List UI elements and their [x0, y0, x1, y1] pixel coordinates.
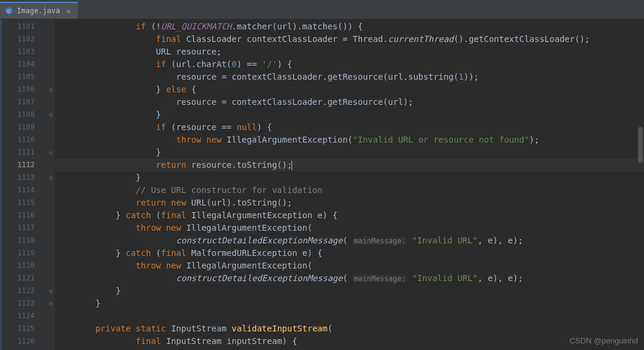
fold-marker — [47, 272, 55, 285]
line-number: 1124 — [0, 310, 47, 322]
code-line[interactable]: constructDetailedExceptionMessage( mainM… — [55, 272, 644, 285]
editor-area[interactable]: 1101110211031104110511061107110811091110… — [0, 19, 644, 350]
code-line[interactable]: if (!URL_QUICKMATCH.matcher(url).matches… — [55, 20, 644, 33]
fold-marker — [47, 247, 55, 260]
fold-marker — [47, 184, 55, 197]
fold-marker — [47, 335, 55, 348]
fold-marker — [47, 159, 55, 171]
fold-marker — [47, 134, 55, 146]
watermark-text: CSDN @penguinhd — [570, 336, 638, 345]
editor-tabbar: C Image.java × — [0, 0, 644, 19]
fold-marker — [47, 20, 55, 33]
code-line[interactable]: } catch (final IllegalArgumentException … — [55, 209, 644, 222]
line-number: 1106 — [0, 83, 47, 96]
fold-column[interactable]: ⊖⊖⊖⊖⊖⊖ — [47, 19, 55, 350]
fold-marker — [47, 234, 55, 247]
fold-marker[interactable]: ⊖ — [47, 108, 55, 121]
code-line[interactable] — [55, 310, 644, 322]
line-number: 1108 — [0, 108, 47, 121]
line-number: 1105 — [0, 71, 47, 83]
code-line[interactable]: } — [55, 108, 644, 121]
line-number: 1126 — [0, 335, 47, 348]
line-number: 1104 — [0, 58, 47, 71]
fold-marker[interactable]: ⊖ — [47, 285, 55, 297]
fold-marker — [47, 96, 55, 108]
code-line[interactable]: if (url.charAt(0) == '/') { — [55, 58, 644, 71]
line-number-gutter: 1101110211031104110511061107110811091110… — [0, 19, 47, 350]
line-number: 1107 — [0, 96, 47, 108]
modified-strip — [0, 19, 2, 350]
code-line[interactable]: resource = contextClassLoader.getResourc… — [55, 96, 644, 108]
code-line[interactable]: constructDetailedExceptionMessage( mainM… — [55, 234, 644, 247]
fold-marker — [47, 322, 55, 335]
code-line[interactable]: if (inputStream == null) { — [55, 348, 644, 350]
code-line[interactable]: throw new IllegalArgumentException("Inva… — [55, 134, 644, 146]
fold-marker — [47, 260, 55, 272]
line-number: 1118 — [0, 234, 47, 247]
code-line[interactable]: if (resource == null) { — [55, 121, 644, 134]
fold-marker — [47, 46, 55, 58]
line-number: 1112 — [0, 159, 47, 171]
fold-marker[interactable]: ⊖ — [47, 171, 55, 184]
code-line[interactable]: return new URL(url).toString(); — [55, 197, 644, 209]
line-number: 1114 — [0, 184, 47, 197]
line-number: 1110 — [0, 134, 47, 146]
code-line[interactable]: } — [55, 285, 644, 297]
fold-marker — [47, 197, 55, 209]
fold-marker — [47, 58, 55, 71]
vertical-scrollbar[interactable] — [637, 19, 644, 350]
tab-image-java[interactable]: C Image.java × — [0, 2, 78, 19]
fold-marker — [47, 222, 55, 234]
line-number: 1115 — [0, 197, 47, 209]
line-number: 1119 — [0, 247, 47, 260]
fold-marker — [47, 121, 55, 134]
line-number: 1123 — [0, 297, 47, 310]
code-line[interactable]: URL resource; — [55, 46, 644, 58]
fold-marker[interactable]: ⊖ — [47, 297, 55, 310]
fold-marker — [47, 348, 55, 350]
fold-marker — [47, 71, 55, 83]
line-number: 1121 — [0, 272, 47, 285]
line-number: 1102 — [0, 33, 47, 46]
svg-text:C: C — [7, 8, 11, 14]
line-number: 1109 — [0, 121, 47, 134]
scrollbar-thumb[interactable] — [638, 127, 643, 163]
code-line[interactable]: } else { — [55, 83, 644, 96]
code-line[interactable]: resource = contextClassLoader.getResourc… — [55, 71, 644, 83]
line-number: 1101 — [0, 20, 47, 33]
line-number: 1120 — [0, 260, 47, 272]
line-number: 1127 — [0, 348, 47, 350]
code-line[interactable]: } — [55, 297, 644, 310]
line-number: 1103 — [0, 46, 47, 58]
code-line[interactable]: final ClassLoader contextClassLoader = T… — [55, 33, 644, 46]
line-number: 1125@ — [0, 322, 47, 335]
code-line[interactable]: throw new IllegalArgumentException( — [55, 260, 644, 272]
fold-marker[interactable]: ⊖ — [47, 146, 55, 159]
code-line[interactable]: } catch (final MalformedURLException e) … — [55, 247, 644, 260]
fold-marker — [47, 209, 55, 222]
code-line[interactable]: final InputStream inputStream) { — [55, 335, 644, 348]
code-line[interactable]: private static InputStream validateInput… — [55, 322, 644, 335]
line-number: 1122 — [0, 285, 47, 297]
fold-marker — [47, 33, 55, 46]
code-line[interactable]: } — [55, 171, 644, 184]
code-line[interactable]: // Use URL constructor for validation — [55, 184, 644, 197]
code-line[interactable]: } — [55, 146, 644, 159]
line-number: 1113 — [0, 171, 47, 184]
line-number: 1111 — [0, 146, 47, 159]
tab-close-icon[interactable]: × — [66, 7, 71, 16]
fold-marker — [47, 310, 55, 322]
fold-marker[interactable]: ⊖ — [47, 83, 55, 96]
code-line[interactable]: return resource.toString(); — [55, 159, 644, 171]
tab-label: Image.java — [17, 7, 60, 15]
java-class-icon: C — [5, 7, 13, 15]
code-content[interactable]: if (!URL_QUICKMATCH.matcher(url).matches… — [55, 19, 644, 350]
line-number: 1117 — [0, 222, 47, 234]
line-number: 1116 — [0, 209, 47, 222]
ide-window: C Image.java × 1101110211031104110511061… — [0, 0, 644, 350]
code-line[interactable]: throw new IllegalArgumentException( — [55, 222, 644, 234]
